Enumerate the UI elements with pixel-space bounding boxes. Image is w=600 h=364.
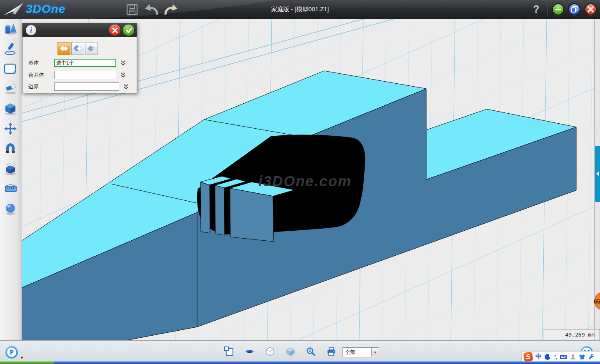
sidebar-item-render[interactable] <box>0 199 22 219</box>
merge-input[interactable] <box>54 71 116 79</box>
cylinder-cone-icon <box>4 22 18 35</box>
rounded-plane-icon <box>4 62 18 75</box>
model-fin3-front[interactable] <box>230 188 274 242</box>
confirm-check-icon <box>125 27 132 34</box>
shaded-view-button[interactable] <box>285 347 295 357</box>
diamond-split-icon <box>87 45 97 53</box>
close-button[interactable] <box>585 3 597 15</box>
bottom-toolbar: P ▼ <box>0 340 600 362</box>
info-icon: i <box>26 25 36 35</box>
project-badge[interactable]: P <box>5 346 18 359</box>
ruler-icon <box>4 182 18 195</box>
paper-plane-icon <box>2 1 24 17</box>
field-label-merge: 合并体 <box>28 72 54 79</box>
double-chevron-down-icon[interactable] <box>120 72 127 78</box>
print-button[interactable] <box>326 347 336 357</box>
open-box-icon <box>4 162 18 175</box>
window-title: 家庭版 - [模型001.Z1] <box>0 0 600 19</box>
sidebar-item-edit-sweep[interactable] <box>0 79 22 99</box>
cancel-cross-icon <box>112 27 118 34</box>
taskbar-start-segment <box>0 362 54 364</box>
sidebar-item-measure[interactable] <box>0 179 22 199</box>
display-filter-value: 全部 <box>343 349 371 356</box>
field-row-base: 基体 <box>28 58 127 67</box>
print-icon <box>326 347 336 357</box>
chevron-down-icon[interactable]: ▼ <box>371 348 379 357</box>
visibility-eye-icon <box>245 347 255 357</box>
undo-button[interactable] <box>144 2 158 17</box>
measurement-readout: 49.269 mm <box>543 329 600 340</box>
wrench-icon[interactable] <box>588 354 595 360</box>
redo-button[interactable] <box>163 2 178 17</box>
double-chevron-down-icon[interactable] <box>120 60 127 66</box>
titlebar-swoosh <box>0 0 600 19</box>
mode-button-row <box>58 42 98 55</box>
sphere-icon <box>4 202 18 215</box>
dialog-titlebar[interactable]: i <box>22 23 137 37</box>
sidebar-item-sketch-plane[interactable] <box>0 59 22 79</box>
zoom-magnifier-icon <box>306 347 316 357</box>
model-fin2-front[interactable] <box>215 185 225 235</box>
shaded-view-icon <box>285 347 295 357</box>
double-diamond-white-icon <box>59 45 69 53</box>
sidebar-item-sketch[interactable] <box>0 39 22 59</box>
plane-corner-button[interactable] <box>224 347 234 357</box>
sidebar-item-primitive-solids[interactable] <box>0 19 22 39</box>
mode-boundary-button[interactable] <box>85 42 98 55</box>
app-window: 3DOne <box>0 0 600 364</box>
measurement-value: 49.269 mm <box>565 332 595 338</box>
project-badge-letter: P <box>7 348 16 357</box>
confirm-button[interactable] <box>123 25 134 36</box>
restore-icon <box>569 4 580 15</box>
move-arrows-icon <box>4 122 18 135</box>
boundary-input[interactable] <box>54 82 119 91</box>
user-icon[interactable] <box>570 354 576 360</box>
sidebar-item-feature[interactable] <box>0 99 22 119</box>
save-button[interactable] <box>125 2 139 17</box>
display-filter-select[interactable]: 全部 ▼ <box>342 347 379 357</box>
field-label-base: 基体 <box>28 60 54 67</box>
field-row-boundary: 边界 <box>28 82 130 91</box>
restore-button[interactable] <box>568 3 580 15</box>
eraser-icon <box>4 82 18 95</box>
sogou-logo[interactable]: S <box>523 352 533 362</box>
zoom-search-button[interactable] <box>306 347 316 357</box>
app-logo: 3DOne <box>2 1 65 17</box>
sidebar-item-transform[interactable] <box>0 119 22 139</box>
chinese-mode-label[interactable]: 中 <box>535 353 542 361</box>
base-input[interactable] <box>54 59 116 67</box>
model-fin1-front[interactable] <box>200 182 210 233</box>
cancel-button[interactable] <box>109 25 120 36</box>
wireframe-view-button[interactable] <box>265 347 275 357</box>
field-label-boundary: 边界 <box>28 83 54 90</box>
mode-base-button[interactable] <box>58 42 70 55</box>
view-controls <box>224 347 336 357</box>
title-bar: 3DOne <box>0 0 600 19</box>
moon-icon[interactable] <box>545 354 551 360</box>
close-icon <box>585 4 596 15</box>
app-logo-text: 3DOne <box>26 2 65 16</box>
tool-dialog: i <box>22 23 137 93</box>
save-icon <box>126 3 138 16</box>
ime-toolbar: S 中 °, <box>522 351 600 362</box>
left-toolbar <box>0 19 22 340</box>
sidebar-item-assembly[interactable] <box>0 139 22 159</box>
pencil-sketch-icon <box>4 42 18 55</box>
sidebar-item-combine[interactable] <box>0 159 22 179</box>
punctuation-icon[interactable]: °, <box>554 354 557 360</box>
visibility-button[interactable] <box>245 347 255 357</box>
skin-shirt-icon[interactable] <box>579 354 585 360</box>
keyboard-icon[interactable] <box>560 354 567 360</box>
minimize-button[interactable] <box>552 3 564 15</box>
taskbar-segment <box>54 362 600 364</box>
magnet-icon <box>4 142 18 155</box>
field-row-merge: 合并体 <box>28 70 127 80</box>
redo-icon <box>163 3 178 16</box>
mode-merge-button[interactable] <box>71 42 84 55</box>
double-chevron-down-icon[interactable] <box>122 84 130 90</box>
help-button[interactable]: ? <box>529 3 543 16</box>
plane-corner-icon <box>224 347 234 357</box>
project-badge-caret[interactable]: ▼ <box>20 356 24 360</box>
os-taskbar-sliver <box>0 362 600 364</box>
notify-badge-count: 65 <box>594 298 600 305</box>
